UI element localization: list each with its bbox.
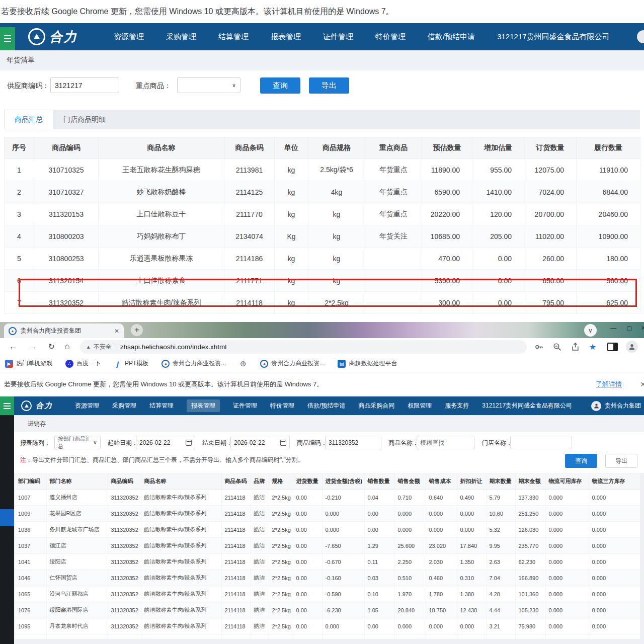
menu-toggle-icon[interactable] [0,27,15,50]
table-cell: 11910.00 [577,159,640,181]
table-row[interactable]: 1036务川麒龙城市广场店311320352皓洁散称素牛肉/辣条系列211411… [15,522,640,538]
nav-item[interactable]: 报表管理 [187,399,220,412]
table-row[interactable]: 7311320352皓洁散称素牛肉/辣条系列2114118kg2*2.5kg30… [5,292,640,314]
table-cell: 2113981 [224,159,275,181]
new-tab-button[interactable]: + [131,324,143,336]
nav-item[interactable]: 借款/预结申请 [307,401,345,410]
bookmark-item[interactable]: ▲贵州合力商业投资... [162,359,226,368]
reload-icon[interactable]: ↻ [48,342,55,351]
zoom-icon[interactable] [553,343,561,351]
goods-code-input[interactable] [325,436,381,449]
nav-item[interactable]: 结算管理 [218,32,249,42]
maximize-icon[interactable]: ▢ [623,323,636,333]
table-row[interactable]: 6311320154上口佳散称素食2111771kgkg5390.000.006… [5,270,640,292]
table-row[interactable]: 1076绥阳鑫港国际店311320352皓洁散称素牛肉/辣条系列2114118皓… [15,602,640,618]
table-row[interactable]: 1065沿河乌江丽都店311320352皓洁散称素牛肉/辣条系列2114118皓… [15,586,640,602]
table-cell: 上口佳散称豆干 [99,203,224,225]
nav-item[interactable]: 报表管理 [271,32,301,42]
forward-icon[interactable]: → [29,342,37,352]
table-cell: 2.250 [394,554,426,570]
table-cell: 1.29 [364,538,394,554]
browser-tab[interactable]: ▲ 贵州合力商业投资集团 ✕ [4,324,124,338]
nav-item[interactable]: 借款/预结申请 [428,32,475,42]
nav-item[interactable]: 采购管理 [112,401,136,410]
side-panel-icon[interactable] [607,343,618,351]
nav-item[interactable]: 商品采购合同 [358,401,394,410]
export-button[interactable]: 导出 [309,77,349,94]
export-button[interactable]: 导出 [605,454,637,468]
user-name[interactable]: 贵州合力集团 [605,401,641,410]
table-cell [545,634,589,639]
key-icon[interactable] [535,343,543,351]
table-cell: 2*2.5kg [269,602,293,618]
query-button[interactable]: 查询 [565,454,597,468]
omnibox[interactable]: ▲ 不安全 zhsapi.helichaoshi.com/index.xhtml [80,340,527,354]
nav-item[interactable]: 证件管理 [323,32,353,42]
avatar[interactable] [637,30,644,43]
tab-goods-summary[interactable]: 商品汇总 [4,110,53,129]
query-button[interactable]: 查询 [260,77,300,94]
minimize-icon[interactable]: — [607,323,620,333]
table-row[interactable]: 1007遵义播州店311320352皓洁散称素牛肉/辣条系列2114118皓洁2… [15,490,640,506]
column-header: 商品名称 [99,137,224,159]
table-cell: 235.770 [515,538,545,554]
table-row[interactable]: 1041绥阳店311320352皓洁散称素牛肉/辣条系列2114118皓洁2*2… [15,554,640,570]
table-cell: 2*2.5kg [269,506,293,522]
user-avatar-icon[interactable] [591,401,601,411]
table-row[interactable]: 5310800253乐逍遥果板散称果冻2114186kgkg470.000.00… [5,248,640,270]
key-product-select[interactable]: ∨ [177,77,240,93]
table-row[interactable]: 1310710325王老五散称花生酥狗屎糖2113981kg2.5kg/袋*6年… [5,159,640,181]
collapsed-sidebar[interactable] [0,415,14,644]
nav-item[interactable]: 权限管理 [408,401,432,410]
bookmark-item[interactable]: ▲贵州合力商业投资... [260,359,325,368]
end-date-input[interactable]: 2026-02-22 [230,436,290,449]
bookmark-item[interactable]: ∴百度一下 [65,359,101,368]
nav-item[interactable]: 采购管理 [166,32,196,42]
tab-close-icon[interactable]: ✕ [114,328,119,335]
home-icon[interactable]: ⌂ [65,342,70,352]
nav-item[interactable]: 服务支持 [445,401,469,410]
bookmark-item[interactable]: jPPT模板 [114,359,148,368]
nav-item[interactable]: 资源管理 [75,401,99,410]
total-row[interactable]: 合计：0.00-15.512.6251.8846.6833.8053.25126… [15,634,640,639]
dismiss-warning-icon[interactable]: ✕ [640,380,644,388]
goods-name-input[interactable] [417,436,474,449]
table-row[interactable]: 1037德江店311320352皓洁散称素牛肉/辣条系列2114118皓洁2*2… [15,538,640,554]
table-row[interactable]: 2310710327妙飞散称奶酪棒2114125kg4kg年货重点6590.00… [5,181,640,203]
profile-avatar-icon[interactable] [626,341,638,353]
table-cell: 皓洁散称素牛肉/辣条系列 [141,618,221,634]
bookmark-item[interactable]: ⊕ [239,360,247,368]
table-cell: 1.780 [426,586,457,602]
nav-item[interactable]: 结算管理 [149,401,174,410]
report-type-select[interactable]: 按部门商品汇总 ∨ [54,436,101,449]
close-icon[interactable]: ✕ [637,323,644,333]
tab-search-icon[interactable]: ∨ [584,324,597,337]
security-status[interactable]: ▲ 不安全 [86,343,112,351]
sidebar-active-item[interactable] [0,509,14,526]
bookmark-item[interactable]: ▶热门单机游戏 [5,359,52,368]
nav-item[interactable]: 证件管理 [233,401,257,410]
table-cell: 1065 [15,586,46,602]
bookmark-item[interactable]: ▤商超数据处理平台 [338,359,397,368]
nav-item[interactable]: 资源管理 [114,32,144,42]
table-row[interactable]: 4310800203巧妈妈散称布丁2134074Kgkg年货关注10685.00… [5,225,640,248]
table-row[interactable]: 1046仁怀国贸店311320352皓洁散称素牛肉/辣条系列2114118皓洁2… [15,570,640,586]
table-row[interactable]: 1095丹寨龙泉时代店311320352皓洁散称素牛肉/辣条系列2114118皓… [15,618,640,634]
store-name-input[interactable] [510,436,572,449]
bookmark-star-icon[interactable]: ★ [589,342,596,352]
table-row[interactable]: 1009花果园R区店311320352皓洁散称素牛肉/辣条系列2114118皓洁… [15,506,640,522]
back-icon[interactable]: ← [9,342,18,352]
tab-store-detail[interactable]: 门店商品明细 [53,110,116,129]
menu-toggle-icon[interactable] [0,396,14,415]
share-icon[interactable] [571,343,580,351]
nav-item[interactable]: 特价管理 [270,401,294,410]
nav-item[interactable]: 特价管理 [375,32,406,42]
column-header: 销售金额 [394,473,426,490]
learn-more-link[interactable]: 了解详情 [596,380,622,389]
start-date-input[interactable]: 2026-02-22 [136,436,195,449]
table-cell: 101.360 [515,586,545,602]
table-row[interactable]: 3311320153上口佳散称豆干2111770kgkg年货重点20220.00… [5,203,640,225]
supplier-code-input[interactable] [50,77,119,93]
breadcrumb: 进销存 [14,417,644,431]
table-cell: -6.230 [322,602,364,618]
